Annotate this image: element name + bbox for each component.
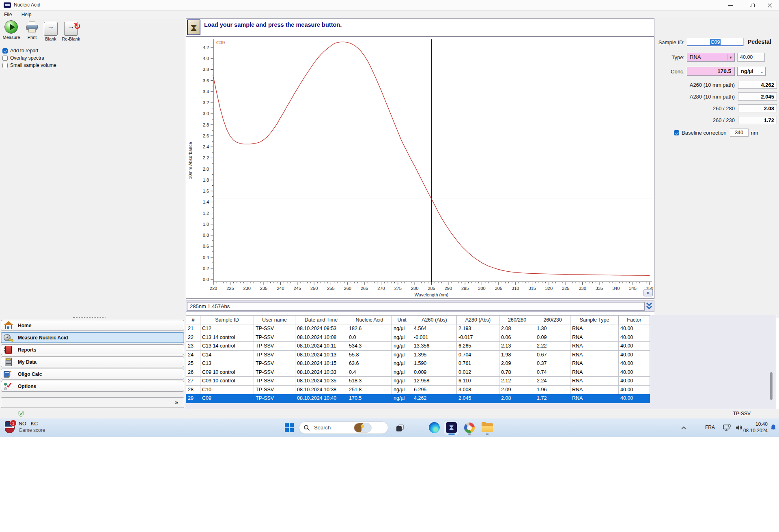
checkbox-small-sample-volume[interactable]: Small sample volume bbox=[2, 62, 56, 69]
table-cell: 2.08 bbox=[499, 394, 535, 403]
column-header[interactable]: User name bbox=[254, 315, 295, 324]
sidebar-item-measure-nucleic-acid[interactable]: Measure Nucleic Acid bbox=[1, 332, 184, 343]
table-row[interactable]: 24C14TP-SSV08.10.2024 10:1355.8ng/µl1.39… bbox=[186, 350, 650, 359]
column-header[interactable]: Sample Type bbox=[570, 315, 619, 324]
table-cell: RNA bbox=[570, 385, 619, 394]
table-cell: 26 bbox=[186, 368, 200, 377]
baseline-correction-checkbox[interactable] bbox=[674, 130, 679, 135]
svg-text:290: 290 bbox=[445, 286, 452, 291]
reblank-button[interactable]: →↻ Re-Blank bbox=[60, 20, 82, 45]
search-daily-image[interactable] bbox=[354, 423, 372, 433]
sidebar-item-reports[interactable]: Reports bbox=[1, 344, 184, 355]
table-cell: C09 10 control bbox=[200, 377, 254, 386]
chevron-up-icon[interactable] bbox=[681, 425, 686, 432]
chevron-right-icon[interactable]: » bbox=[175, 399, 178, 405]
table-cell: TP-SSV bbox=[254, 385, 295, 394]
table-cell: 2.08 bbox=[499, 324, 535, 333]
table-row[interactable]: 23C13 14 controlTP-SSV08.10.2024 10:1153… bbox=[186, 342, 650, 351]
print-button[interactable]: Print bbox=[23, 20, 41, 45]
svg-text:3.0: 3.0 bbox=[203, 111, 209, 116]
file-explorer-icon[interactable] bbox=[480, 420, 495, 435]
svg-text:2.0: 2.0 bbox=[203, 167, 209, 172]
table-row[interactable]: 25C13TP-SSV08.10.2024 10:1563.6ng/µl1.59… bbox=[186, 359, 650, 368]
menu-help[interactable]: Help bbox=[17, 11, 36, 17]
table-row[interactable]: 21C12TP-SSV08.10.2024 09:53182.6ng/µl4.5… bbox=[186, 324, 650, 333]
network-icon[interactable] bbox=[723, 424, 731, 433]
overlay-spectra-checkbox[interactable] bbox=[2, 56, 8, 61]
menu-file[interactable]: File bbox=[0, 11, 16, 17]
edge-browser-icon[interactable] bbox=[427, 420, 442, 435]
volume-icon[interactable] bbox=[735, 424, 743, 433]
sidebar-item-options[interactable]: ✓Options bbox=[1, 381, 184, 392]
nucleic-acid-app-icon[interactable]: ⧗ bbox=[444, 420, 459, 435]
restore-button[interactable] bbox=[743, 0, 762, 11]
checkbox-overlay-spectra[interactable]: Overlay spectra bbox=[2, 54, 56, 62]
table-scrollbar-thumb[interactable] bbox=[770, 372, 773, 400]
table-row[interactable]: 22C13 14 controlTP-SSV08.10.2024 10:080.… bbox=[186, 333, 650, 342]
type-dropdown[interactable]: RNA ▼ bbox=[687, 53, 735, 62]
table-cell: TP-SSV bbox=[254, 359, 295, 368]
column-header[interactable]: Factor bbox=[619, 315, 650, 324]
table-row[interactable]: 29C09TP-SSV08.10.2024 10:40170.5ng/µl4.2… bbox=[186, 394, 650, 403]
baseline-wavelength-input[interactable]: 340 bbox=[730, 129, 749, 137]
table-cell: C12 bbox=[200, 324, 254, 333]
clock[interactable]: 10:40 08.10.2024 bbox=[743, 421, 768, 434]
sample-id-input[interactable]: C09 bbox=[687, 38, 744, 46]
chevron-left-collapse-button[interactable]: « bbox=[643, 289, 653, 296]
table-cell: 08.10.2024 10:33 bbox=[295, 368, 347, 377]
svg-text:305: 305 bbox=[495, 286, 502, 291]
notification-bell-icon[interactable] bbox=[770, 424, 777, 433]
sidebar-item-my-data[interactable]: My Data bbox=[1, 356, 184, 367]
add-to-report-checkbox[interactable] bbox=[2, 48, 8, 54]
column-header[interactable]: Date and Time bbox=[295, 315, 347, 324]
close-button[interactable] bbox=[760, 0, 779, 11]
table-cell: 0.37 bbox=[535, 359, 570, 368]
start-button[interactable] bbox=[284, 423, 295, 433]
type-label: Type: bbox=[654, 54, 684, 60]
panel-splitter-handle[interactable] bbox=[73, 317, 105, 318]
table-cell: 2.193 bbox=[457, 324, 499, 333]
column-header[interactable]: 260/230 bbox=[535, 315, 570, 324]
series-label: C09 bbox=[216, 40, 225, 45]
type-factor-box[interactable]: 40.00 bbox=[737, 53, 765, 62]
table-cell: 2.13 bbox=[499, 342, 535, 351]
app-window-icon bbox=[4, 2, 11, 8]
widget-subtitle: Game score bbox=[19, 427, 45, 433]
column-header[interactable]: A280 (Abs) bbox=[457, 315, 499, 324]
table-row[interactable]: 26C09 10 controlTP-SSV08.10.2024 10:330.… bbox=[186, 368, 650, 377]
task-view-icon[interactable] bbox=[396, 424, 405, 432]
sidebar-item-home[interactable]: Home bbox=[1, 320, 184, 331]
column-header[interactable]: Unit bbox=[392, 315, 412, 324]
chevron-double-down-icon[interactable] bbox=[645, 301, 653, 311]
svg-text:250: 250 bbox=[310, 286, 318, 291]
absorbance-spectrum-chart[interactable]: 0.00.20.40.60.81.01.21.41.61.82.02.22.42… bbox=[186, 37, 654, 298]
table-cell: 40.00 bbox=[619, 324, 650, 333]
blank-button[interactable]: → Blank bbox=[41, 20, 60, 45]
column-header[interactable]: # bbox=[186, 315, 200, 324]
column-header[interactable]: Sample ID bbox=[200, 315, 254, 324]
paint-icon[interactable] bbox=[462, 420, 477, 435]
language-indicator[interactable]: FRA bbox=[705, 425, 715, 430]
table-cell: 12.958 bbox=[412, 377, 457, 386]
small-sample-volume-checkbox[interactable] bbox=[2, 63, 8, 68]
search-box[interactable]: Search bbox=[299, 421, 388, 434]
sidebar-item-oligo-calc[interactable]: ʃOligo Calc bbox=[1, 369, 184, 380]
table-cell: 3.008 bbox=[457, 385, 499, 394]
svg-text:2.4: 2.4 bbox=[203, 144, 209, 149]
column-header[interactable]: 260/280 bbox=[499, 315, 535, 324]
sidebar-collapse-bar[interactable]: » bbox=[1, 397, 184, 408]
unit-dropdown[interactable]: ng/µl ⌄ bbox=[737, 67, 766, 76]
checkbox-add-to-report[interactable]: Add to report bbox=[2, 47, 56, 54]
table-cell: C13 bbox=[200, 359, 254, 368]
column-header[interactable]: Nucleic Acid bbox=[347, 315, 392, 324]
sidebar-item-label: Measure Nucleic Acid bbox=[18, 335, 68, 341]
measure-button[interactable]: Measure bbox=[1, 20, 22, 45]
column-header[interactable]: A260 (Abs) bbox=[412, 315, 457, 324]
table-row[interactable]: 27C09 10 controlTP-SSV08.10.2024 10:3551… bbox=[186, 377, 650, 386]
minimize-button[interactable] bbox=[721, 0, 740, 11]
table-row[interactable]: 28C10TP-SSV08.10.2024 10:38251.8ng/µl6.2… bbox=[186, 385, 650, 394]
table-cell: 40.00 bbox=[619, 342, 650, 351]
a260-value: 4.262 bbox=[738, 81, 777, 89]
svg-text:285: 285 bbox=[428, 286, 435, 291]
widgets-button[interactable]: 1 NO - KC Game score bbox=[5, 420, 45, 433]
